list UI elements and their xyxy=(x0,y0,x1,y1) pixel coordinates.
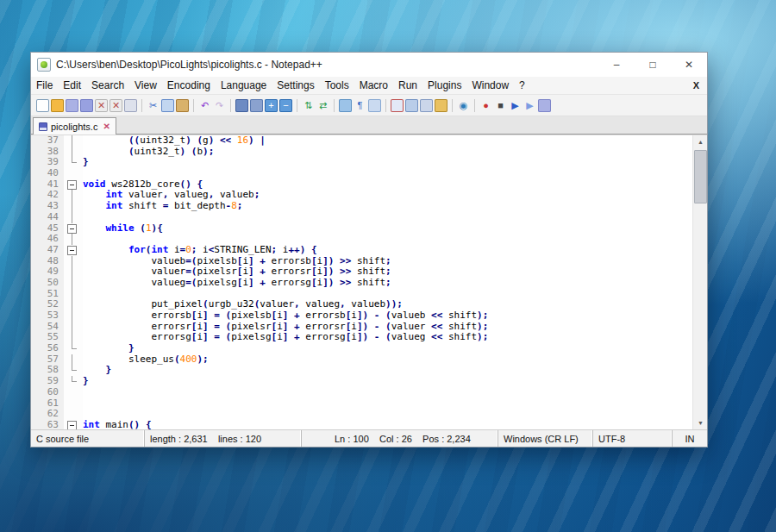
line-number: 56 xyxy=(31,343,64,354)
code-text: while (1){ xyxy=(83,223,692,235)
monitoring-icon[interactable]: ◉ xyxy=(457,99,470,112)
code-line[interactable]: 39} xyxy=(31,157,692,168)
code-text xyxy=(83,409,692,420)
toolbar: ✕✕✂↶↷+−⇅⇄¶◉●■▶▶ xyxy=(31,94,707,116)
document-map-icon[interactable] xyxy=(405,99,418,112)
code-text xyxy=(83,398,692,410)
status-bar: C source file length : 2,631 lines : 120… xyxy=(31,429,707,447)
menu-item-run[interactable]: Run xyxy=(393,77,422,94)
menu-item-plugins[interactable]: Plugins xyxy=(422,77,466,94)
word-wrap-icon[interactable] xyxy=(339,99,352,112)
code-line[interactable]: 59} xyxy=(31,376,692,387)
fold-margin xyxy=(64,147,83,158)
run-macro-multiple-icon[interactable]: ▶ xyxy=(523,99,536,112)
find-icon[interactable] xyxy=(235,99,248,112)
fold-margin xyxy=(64,135,83,147)
record-macro-icon[interactable]: ● xyxy=(479,99,492,112)
play-macro-icon[interactable]: ▶ xyxy=(509,99,522,112)
cut-icon[interactable]: ✂ xyxy=(147,99,160,112)
close-button[interactable]: ✕ xyxy=(671,53,707,77)
menu-item-view[interactable]: View xyxy=(129,77,162,94)
menu-close-button[interactable]: X xyxy=(685,80,707,91)
zoom-in-icon[interactable]: + xyxy=(265,99,278,112)
menu-item-file[interactable]: File xyxy=(31,77,58,94)
fold-margin xyxy=(64,157,83,168)
toolbar-separator xyxy=(385,99,386,112)
show-all-characters-icon[interactable]: ¶ xyxy=(354,99,366,112)
menu-item-encoding[interactable]: Encoding xyxy=(162,77,216,94)
sync-horizontal-icon[interactable]: ⇄ xyxy=(316,99,329,112)
function-list-icon[interactable] xyxy=(391,99,404,112)
save-all-icon[interactable] xyxy=(80,99,93,112)
code-line[interactable]: 63int main() { xyxy=(31,420,692,429)
paste-icon[interactable] xyxy=(176,99,189,112)
code-line[interactable]: 57 sleep_us(400); xyxy=(31,354,692,366)
toolbar-separator xyxy=(193,99,194,112)
fold-margin xyxy=(64,310,83,322)
fold-toggle-icon[interactable] xyxy=(64,179,83,191)
notepadpp-window: C:\Users\ben\Desktop\PicoLights\picoligh… xyxy=(30,52,708,448)
tab-close-icon[interactable]: ✕ xyxy=(103,122,110,131)
scroll-down-arrow[interactable]: ▼ xyxy=(693,416,707,429)
fold-toggle-icon[interactable] xyxy=(64,245,83,256)
code-line[interactable]: 50 valueg=(pixelsg[i] + errorsg[i]) >> s… xyxy=(31,278,692,289)
replace-icon[interactable] xyxy=(250,99,263,112)
new-file-icon[interactable] xyxy=(36,99,49,112)
undo-icon[interactable]: ↶ xyxy=(198,99,211,112)
document-list-icon[interactable] xyxy=(420,99,433,112)
fold-margin xyxy=(64,322,83,333)
fold-toggle-icon[interactable] xyxy=(64,223,83,235)
indent-guide-icon[interactable] xyxy=(368,99,381,112)
save-icon[interactable] xyxy=(66,99,78,112)
save-macro-icon[interactable] xyxy=(538,99,551,112)
open-folder-icon[interactable] xyxy=(51,99,64,112)
close-all-icon[interactable]: ✕ xyxy=(110,99,122,112)
menu-item-tools[interactable]: Tools xyxy=(320,77,354,94)
code-line[interactable]: 61 xyxy=(31,398,692,410)
code-line[interactable]: 45 while (1){ xyxy=(31,223,692,235)
menu-item-settings[interactable]: Settings xyxy=(272,77,319,94)
zoom-out-icon[interactable]: − xyxy=(279,99,292,112)
close-file-icon[interactable]: ✕ xyxy=(95,99,108,112)
folder-as-workspace-icon[interactable] xyxy=(435,99,447,112)
title-bar[interactable]: C:\Users\ben\Desktop\PicoLights\picoligh… xyxy=(31,53,707,77)
fold-margin xyxy=(64,398,83,410)
code-line[interactable]: 60 xyxy=(31,387,692,398)
status-caret-position: Ln : 100 Col : 26 Pos : 2,234 xyxy=(302,430,498,447)
maximize-button[interactable]: □ xyxy=(635,53,671,77)
line-number: 47 xyxy=(31,245,64,256)
vertical-scrollbar[interactable]: ▲ ▼ xyxy=(692,135,707,429)
toolbar-separator xyxy=(474,99,475,112)
fold-margin xyxy=(64,168,83,179)
menu-item-language[interactable]: Language xyxy=(216,77,272,94)
menu-item-search[interactable]: Search xyxy=(86,77,129,94)
toolbar-separator xyxy=(230,99,231,112)
tab-saved-state-icon xyxy=(39,122,47,131)
code-text: (uint32_t) (b); xyxy=(83,147,692,158)
code-line[interactable]: 58 } xyxy=(31,365,692,376)
menu-item-help[interactable]: ? xyxy=(514,77,530,94)
menu-item-macro[interactable]: Macro xyxy=(354,77,393,94)
tab-picolights[interactable]: picolights.c ✕ xyxy=(33,117,116,135)
scroll-thumb[interactable] xyxy=(694,150,707,203)
minimize-button[interactable]: – xyxy=(598,53,635,77)
code-line[interactable]: 38 (uint32_t) (b); xyxy=(31,147,692,158)
menu-item-edit[interactable]: Edit xyxy=(58,77,86,94)
menu-item-window[interactable]: Window xyxy=(466,77,514,94)
scroll-up-arrow[interactable]: ▲ xyxy=(693,135,707,148)
fold-margin xyxy=(64,234,83,245)
redo-icon[interactable]: ↷ xyxy=(213,99,226,112)
editor-lines: 37 ((uint32_t) (g) << 16) |38 (uint32_t)… xyxy=(31,135,692,429)
copy-icon[interactable] xyxy=(161,99,174,112)
fold-margin xyxy=(64,201,83,212)
editor-pane[interactable]: 37 ((uint32_t) (g) << 16) |38 (uint32_t)… xyxy=(31,135,707,429)
status-eol-format: Windows (CR LF) xyxy=(498,430,593,447)
fold-toggle-icon[interactable] xyxy=(64,420,83,429)
sync-vertical-icon[interactable]: ⇅ xyxy=(302,99,315,112)
code-text: sleep_us(400); xyxy=(83,354,692,366)
code-line[interactable]: 43 int shift = bit_depth-8; xyxy=(31,201,692,212)
stop-macro-icon[interactable]: ■ xyxy=(494,99,507,112)
print-icon[interactable] xyxy=(124,99,137,112)
code-text: } xyxy=(83,365,692,376)
code-text: errorsg[i] = (pixelsg[i] + errorsg[i]) -… xyxy=(83,332,692,343)
